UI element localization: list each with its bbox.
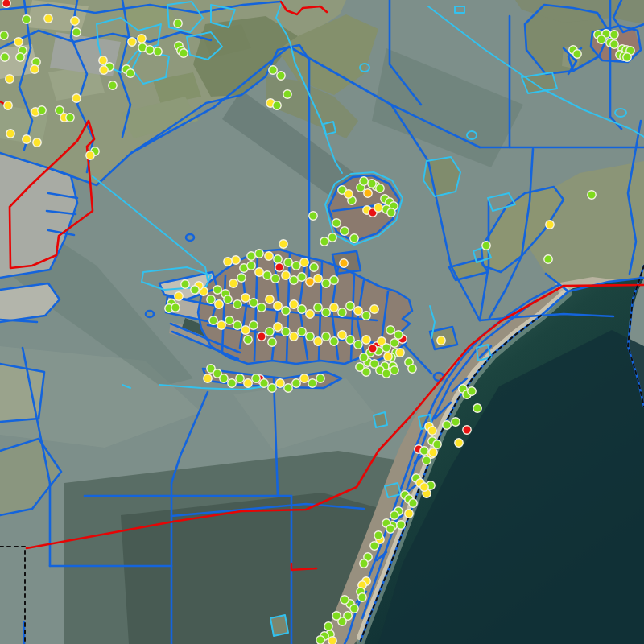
map-marker[interactable] <box>360 177 368 185</box>
map-marker[interactable] <box>215 300 223 308</box>
map-marker[interactable] <box>330 276 338 284</box>
map-marker[interactable] <box>330 337 338 345</box>
map-marker[interactable] <box>300 374 308 382</box>
map-marker[interactable] <box>224 295 232 303</box>
map-marker[interactable] <box>244 336 252 344</box>
map-marker[interactable] <box>265 252 273 260</box>
map-marker[interactable] <box>86 151 94 159</box>
map-marker[interactable] <box>33 138 41 147</box>
map-marker[interactable] <box>409 499 417 507</box>
map-marker[interactable] <box>23 135 31 143</box>
map-marker[interactable] <box>229 279 237 287</box>
map-marker[interactable] <box>341 227 349 235</box>
map-marker[interactable] <box>310 263 318 271</box>
map-marker[interactable] <box>443 421 451 429</box>
map-marker[interactable] <box>0 31 8 39</box>
map-marker[interactable] <box>468 387 476 395</box>
map-marker[interactable] <box>340 259 348 267</box>
map-marker[interactable] <box>386 525 394 533</box>
map-marker[interactable] <box>1 53 9 61</box>
map-marker[interactable] <box>154 47 162 56</box>
map-marker[interactable] <box>174 19 182 27</box>
map-marker[interactable] <box>429 448 437 456</box>
map-marker[interactable] <box>463 426 471 434</box>
map-marker[interactable] <box>384 353 392 361</box>
map-marker[interactable] <box>306 310 314 318</box>
map-marker[interactable] <box>247 252 255 260</box>
map-marker[interactable] <box>275 263 283 271</box>
map-marker[interactable] <box>394 331 402 339</box>
map-marker[interactable] <box>282 328 290 336</box>
map-marker[interactable] <box>544 255 552 263</box>
map-marker[interactable] <box>258 303 266 312</box>
map-marker[interactable] <box>387 208 395 217</box>
map-marker[interactable] <box>546 221 554 229</box>
map-svg[interactable] <box>0 0 644 644</box>
map-marker[interactable] <box>597 35 605 43</box>
map-marker[interactable] <box>282 307 290 315</box>
map-marker[interactable] <box>23 15 31 23</box>
map-marker[interactable] <box>290 276 298 284</box>
map-marker[interactable] <box>282 271 290 279</box>
map-marker[interactable] <box>390 366 398 374</box>
map-marker[interactable] <box>255 268 263 276</box>
map-marker[interactable] <box>314 275 322 283</box>
map-marker[interactable] <box>346 302 354 310</box>
map-marker[interactable] <box>364 189 372 197</box>
map-marker[interactable] <box>220 374 228 382</box>
map-marker[interactable] <box>368 180 376 188</box>
map-marker[interactable] <box>268 384 276 392</box>
map-marker[interactable] <box>455 439 463 447</box>
map-marker[interactable] <box>236 374 244 382</box>
map-marker[interactable] <box>482 242 490 250</box>
map-marker[interactable] <box>228 379 236 387</box>
map-marker[interactable] <box>244 379 252 387</box>
map-marker[interactable] <box>138 35 146 43</box>
map-marker[interactable] <box>360 353 368 361</box>
map-marker[interactable] <box>360 559 368 568</box>
map-marker[interactable] <box>180 49 188 57</box>
map-marker[interactable] <box>370 305 378 313</box>
map-marker[interactable] <box>346 336 354 344</box>
map-marker[interactable] <box>386 326 394 334</box>
map-marker[interactable] <box>209 316 217 324</box>
map-marker[interactable] <box>362 312 370 320</box>
map-marker[interactable] <box>233 321 242 329</box>
map-marker[interactable] <box>332 219 341 227</box>
map-marker[interactable] <box>207 295 215 303</box>
map-marker[interactable] <box>6 130 14 138</box>
map-marker[interactable] <box>328 233 336 242</box>
map-marker[interactable] <box>354 307 362 315</box>
map-marker[interactable] <box>266 295 274 303</box>
map-marker[interactable] <box>338 308 346 316</box>
map-marker[interactable] <box>16 53 24 61</box>
map-marker[interactable] <box>126 69 134 77</box>
map-marker[interactable] <box>268 338 276 346</box>
map-marker[interactable] <box>266 328 274 336</box>
map-marker[interactable] <box>623 53 631 61</box>
map-marker[interactable] <box>350 605 358 613</box>
map-marker[interactable] <box>382 344 390 352</box>
map-marker[interactable] <box>322 279 330 287</box>
map-marker[interactable] <box>31 65 39 73</box>
map-marker[interactable] <box>390 339 398 347</box>
map-marker[interactable] <box>473 404 481 412</box>
map-marker[interactable] <box>322 332 330 341</box>
map-marker[interactable] <box>146 46 154 54</box>
map-marker[interactable] <box>276 379 284 387</box>
map-marker[interactable] <box>225 316 233 324</box>
map-marker[interactable] <box>171 303 180 312</box>
map-marker[interactable] <box>314 303 322 312</box>
map-marker[interactable] <box>354 341 362 349</box>
map-marker[interactable] <box>345 190 353 198</box>
map-marker[interactable] <box>588 191 596 199</box>
map-marker[interactable] <box>274 323 282 331</box>
map-marker[interactable] <box>258 332 266 341</box>
map-marker[interactable] <box>109 81 117 89</box>
map-marker[interactable] <box>279 240 287 248</box>
map-marker[interactable] <box>283 90 291 98</box>
map-marker[interactable] <box>247 262 255 270</box>
map-marker[interactable] <box>356 363 364 371</box>
map-marker[interactable] <box>263 271 271 279</box>
map-marker[interactable] <box>369 345 377 353</box>
